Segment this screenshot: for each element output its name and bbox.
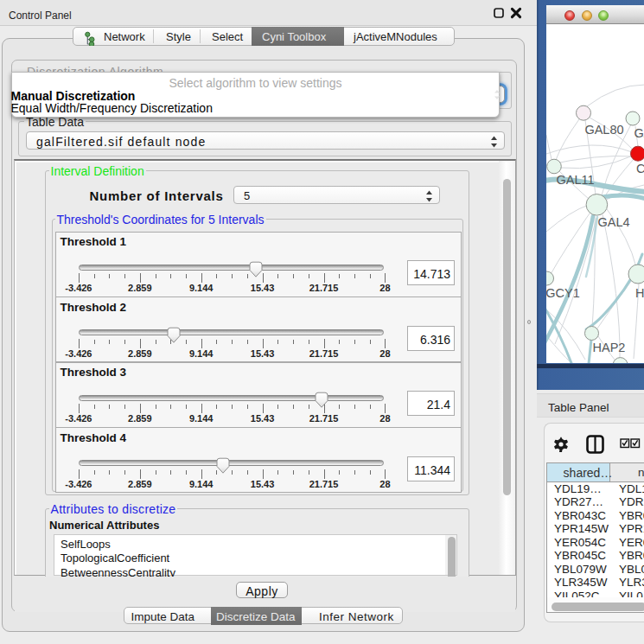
svg-text:HAP2: HAP2 xyxy=(593,341,626,354)
svg-text:C: C xyxy=(636,162,644,175)
svg-text:GAL80: GAL80 xyxy=(584,123,623,137)
svg-text:H: H xyxy=(635,286,644,300)
svg-text:GA: GA xyxy=(634,126,644,140)
svg-text:GCY1: GCY1 xyxy=(546,286,580,300)
svg-text:GAL4: GAL4 xyxy=(597,215,629,229)
svg-text:GAL11: GAL11 xyxy=(557,173,595,187)
